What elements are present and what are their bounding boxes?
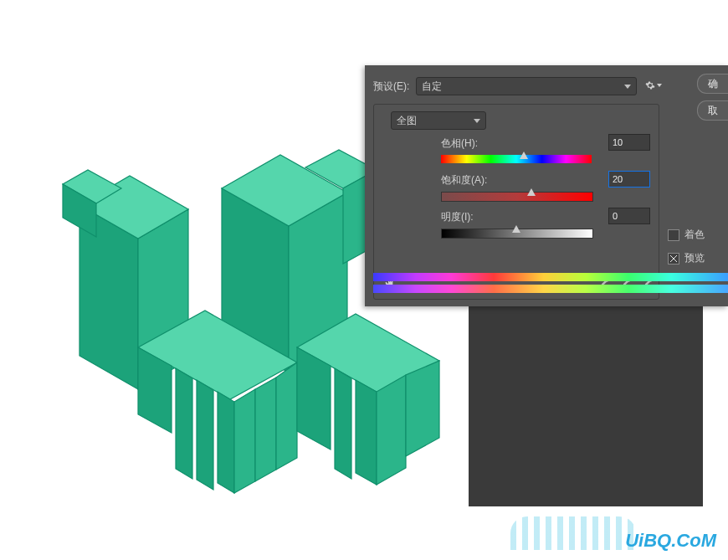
- preview-row[interactable]: 预览: [668, 251, 705, 265]
- watermark-decoration: [510, 516, 636, 550]
- pasteboard: [469, 306, 703, 506]
- chevron-down-icon: [474, 119, 480, 123]
- hue-label: 色相(H):: [441, 136, 478, 151]
- hue-reference-strip-after: [373, 285, 728, 293]
- cancel-button-label: 取: [708, 104, 718, 118]
- svg-marker-13: [197, 380, 213, 490]
- channel-dropdown[interactable]: 全图: [391, 111, 486, 130]
- chevron-down-icon: [624, 85, 631, 89]
- params-group: 全图 色相(H): 饱和度(A): 明度(I):: [373, 104, 659, 300]
- preset-value: 自定: [422, 80, 442, 94]
- hue-slider-thumb[interactable]: [520, 152, 528, 159]
- svg-marker-12: [176, 368, 192, 479]
- saturation-input[interactable]: [608, 171, 650, 188]
- preview-label: 预览: [684, 251, 705, 265]
- lightness-slider-thumb[interactable]: [512, 225, 520, 233]
- saturation-slider-track[interactable]: [441, 192, 593, 202]
- svg-marker-15: [234, 389, 255, 493]
- hue-saturation-dialog: 预设(E): 自定 确 取 全图 色相(H): 饱和度(A):: [365, 65, 728, 306]
- preset-label: 预设(E):: [373, 80, 409, 94]
- ok-button-label: 确: [708, 77, 718, 91]
- saturation-label: 饱和度(A):: [441, 173, 487, 188]
- preset-dropdown[interactable]: 自定: [416, 77, 637, 95]
- lightness-label: 明度(I):: [441, 210, 474, 224]
- svg-marker-21: [356, 380, 377, 485]
- hue-reference-strip-before: [373, 273, 728, 281]
- gear-icon: [645, 80, 655, 91]
- colorize-row[interactable]: 着色: [668, 228, 705, 242]
- preset-options-button[interactable]: [645, 77, 662, 94]
- hue-slider-track[interactable]: [441, 155, 592, 163]
- lightness-input[interactable]: [608, 208, 650, 224]
- svg-marker-16: [255, 378, 276, 481]
- saturation-slider-thumb[interactable]: [527, 188, 536, 196]
- svg-marker-22: [377, 375, 406, 485]
- preview-checkbox[interactable]: [668, 253, 679, 265]
- watermark-text: UiBQ.CoM: [625, 530, 716, 552]
- svg-marker-23: [406, 361, 439, 456]
- hue-input[interactable]: [608, 134, 650, 151]
- chevron-down-icon: [657, 84, 662, 87]
- svg-marker-20: [335, 368, 351, 479]
- colorize-checkbox[interactable]: [668, 229, 679, 241]
- svg-marker-17: [276, 362, 297, 470]
- colorize-label: 着色: [684, 228, 705, 242]
- svg-marker-14: [218, 392, 234, 493]
- ok-button[interactable]: 确: [697, 74, 728, 94]
- channel-value: 全图: [397, 114, 417, 128]
- svg-marker-19: [297, 347, 331, 450]
- cancel-button[interactable]: 取: [697, 100, 728, 121]
